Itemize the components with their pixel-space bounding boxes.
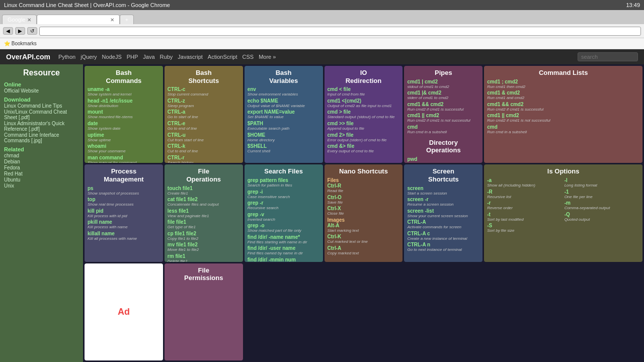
entry-nano-ctrl-k: Ctrl-KCut marked text or line — [328, 234, 400, 244]
tab-linux[interactable]: Linux Command Line Ch... ✕ — [37, 15, 119, 24]
nano-files-label: Files — [328, 177, 400, 183]
sidebar-official-website[interactable]: Official Website — [4, 88, 79, 94]
ad-label: Ad — [118, 307, 130, 317]
card-file-permissions: FilePermissions — [165, 263, 243, 360]
back-button[interactable]: ◀ — [3, 27, 13, 35]
nav-jquery[interactable]: jQuery — [80, 54, 97, 60]
entry-man: man commandShow manual for command — [88, 155, 160, 163]
entry-grep-r: grep -rRecursive search — [248, 200, 320, 211]
tab-new[interactable]: + — [120, 15, 134, 24]
sidebar-download-1[interactable]: Linux Command Line Tips — [4, 103, 79, 109]
sidebar-related-redhat[interactable]: Red Hat — [4, 171, 79, 176]
entry-nano-ctrl-r: Ctrl-RRead file — [328, 183, 400, 194]
entry-ps: psShow snapshot of processes — [88, 186, 160, 196]
nano-shortcuts-title: Nano Shortcuts — [328, 167, 400, 175]
entry-mv: mv file1 file2Move file1 to file2 — [168, 242, 240, 252]
forward-button[interactable]: ▶ — [15, 27, 25, 35]
nav-java[interactable]: Java — [143, 54, 154, 60]
entry-find-name: find /dir/ -name name*Find files startin… — [248, 234, 320, 245]
card-nano-shortcuts: Nano Shortcuts Files Ctrl-RRead file Ctr… — [325, 164, 403, 261]
search-input[interactable] — [578, 52, 638, 61]
site-logo[interactable]: OverAPI.com — [6, 53, 50, 61]
entry-home: $HOMEHome directory — [248, 132, 320, 143]
entry-cp: cp file1 file2Copy file1 to file2 — [168, 231, 240, 241]
bash-shortcuts-title: BashShortcuts — [168, 69, 240, 84]
entry-screen-r: screen -rResume a screen session — [407, 197, 479, 207]
sidebar-related-unix[interactable]: Unix — [4, 183, 79, 189]
entry-cat: cat file1 file2Concatenate files and out… — [168, 197, 240, 207]
entry-path: $PATHExecutable search path — [248, 121, 320, 131]
entry-less: less file1View and paginate file1 — [168, 208, 240, 219]
sidebar-download-2[interactable]: Unix/Linux Command Cheat Sheet [.pdf] — [4, 109, 79, 120]
entry-pkill: pkill nameKill process with name — [88, 219, 160, 230]
tab-google-label: Google — [8, 17, 25, 23]
bash-commands-title: BashCommands — [88, 69, 160, 84]
nav-bar: ◀ ▶ ↺ overapi.com/linux/ — [0, 24, 644, 38]
bookmark-item[interactable]: ⭐ Bookmarks — [4, 41, 37, 46]
url-bar[interactable]: overapi.com/linux/ — [39, 27, 641, 36]
entry-uptime: uptimeShow uptime — [88, 132, 160, 143]
ls-options-title: ls Options — [487, 167, 639, 175]
window-time: 13:49 — [626, 2, 640, 8]
entry-mount: mountShow mounted file-stems — [88, 109, 160, 120]
entry-cmd-gt-file: cmd > fileStandard output (stdout) of cm… — [328, 109, 400, 120]
entry-ls-m: -mComma-separated output — [565, 200, 639, 211]
entry-ctrl-u: CTRL-uCut from start of line — [168, 132, 240, 143]
tab-linux-close[interactable]: ✕ — [110, 17, 114, 23]
sidebar-related-label: Related — [4, 146, 79, 152]
entry-file: file file1Get type of file1 — [168, 219, 240, 230]
nav-css[interactable]: CSS — [243, 54, 254, 60]
entry-grep-o: grep -oShow matched part of file only — [248, 223, 320, 233]
sidebar-related-chmad[interactable]: chmad — [4, 153, 79, 158]
entry-find-user: find /dir/ -user nameFind files owned by… — [248, 245, 320, 256]
sidebar-online-label: Online — [4, 81, 79, 87]
reload-button[interactable]: ↺ — [27, 27, 37, 35]
pipes-title: Pipes — [407, 69, 479, 77]
tab-google[interactable]: Google ✕ — [2, 15, 37, 24]
entry-ctrl-a-n: CTRL-A nGo to next instance of terminal — [407, 242, 479, 252]
sidebar-related-fedora[interactable]: Fedora — [4, 165, 79, 170]
entry-ls-l: -lLong listing format — [565, 177, 639, 188]
nav-ruby[interactable]: Ruby — [160, 54, 173, 60]
tab-google-close[interactable]: ✕ — [27, 17, 31, 23]
entry-ctrl-r: CTRL-rSearch history — [168, 155, 240, 163]
entry-nano-alt-a: Alt-AStart marking text — [328, 223, 400, 233]
entry-ls-a: -aShow all (including hidden) — [487, 177, 562, 188]
nano-images-label: Images — [328, 217, 400, 223]
window-title: Linux Command Line Cheat Sheet | OverAPI… — [4, 2, 170, 8]
entry-head: head -n1 /etc/issueShow distribution — [88, 98, 160, 109]
sidebar-related-debian[interactable]: Debian — [4, 159, 79, 164]
sidebar-download-3[interactable]: Linux Administrator's Quick Reference [.… — [4, 121, 79, 132]
command-lists-title: Command Lists — [487, 69, 639, 77]
sidebar-download-4[interactable]: Command Line Interface Commands [.jpg] — [4, 132, 79, 143]
nav-more[interactable]: More » — [259, 54, 276, 60]
nav-nodejs[interactable]: NodeJS — [102, 54, 122, 60]
entry-top: topShow real time processes — [88, 197, 160, 207]
entry-ctrl-e: CTRL-eGo to end of line — [168, 121, 240, 131]
nav-python[interactable]: Python — [58, 54, 75, 60]
nav-php[interactable]: PHP — [127, 54, 138, 60]
entry-uname: uname -aShow system and kernel — [88, 86, 160, 97]
sidebar-title: Resource — [4, 68, 79, 77]
nav-actionscript[interactable]: ActionScript — [208, 54, 237, 60]
card-bash-shortcuts: BashShortcuts CTRL-cStop current command… — [165, 66, 243, 163]
file-operations-title: FileOperations — [168, 167, 240, 183]
entry-or1: cmd1 || cmd2Run cmd2 if cmd1 is not succ… — [407, 113, 479, 123]
entry-cmd-amp-file: cmd &> fileEvery output of cmd to file — [328, 143, 400, 154]
directory-operations-title: DirectoryOperations — [407, 139, 479, 154]
card-process-management: ProcessManagement psShow snapshot of pro… — [85, 164, 163, 261]
card-pipes: Pipes cmd1 | cmd2stdout of cmd1 to cmd2 … — [404, 66, 482, 163]
entry-env: envShow environment variables — [248, 86, 320, 97]
card-search-files: Search Files grep pattern filesSearch fo… — [245, 164, 323, 261]
entry-ls-t: -tSort by last modified — [487, 212, 562, 222]
entry-pipe1: cmd1 | cmd2stdout of cmd1 to cmd2 — [407, 79, 479, 89]
card-bash-variables: BashVariables envShow environment variab… — [245, 66, 323, 163]
bookmarks-bar: ⭐ Bookmarks — [0, 38, 644, 49]
entry-cmd2: cmdRun cmd in a subshell — [487, 124, 639, 135]
entry-cmd-lt-file: cmd < fileInput of cmd from file — [328, 86, 400, 97]
entry-cmd-gtgt-file: cmd >> fileAppend output to file — [328, 121, 400, 131]
nav-javascript[interactable]: Javascript — [178, 54, 203, 60]
entry-ctrl-a: CTRL-aGo to start of line — [168, 109, 240, 120]
entry-find-mmin: find /dir/ -mmin numFind files modified … — [248, 257, 320, 262]
sidebar-related-ubuntu[interactable]: Ubuntu — [4, 177, 79, 183]
